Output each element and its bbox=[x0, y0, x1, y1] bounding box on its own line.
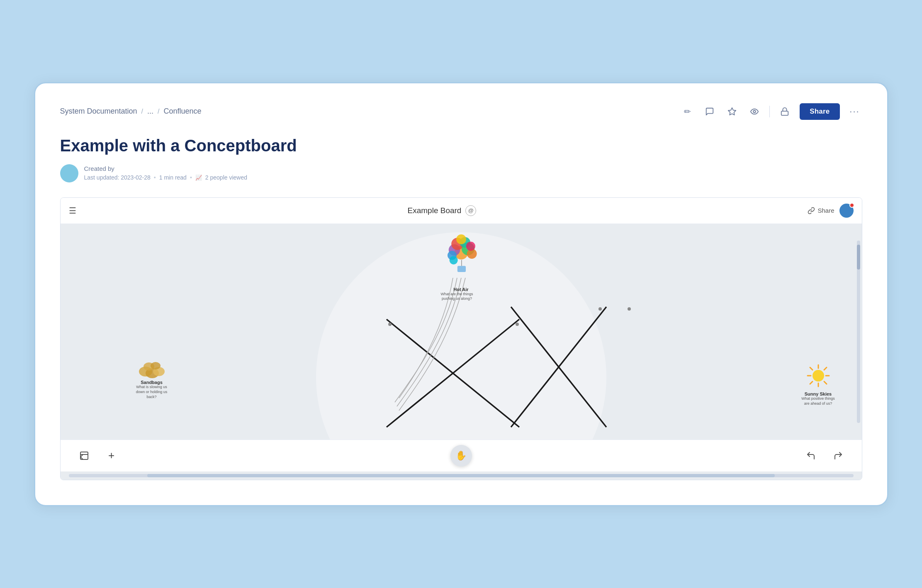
board-scrollbar[interactable] bbox=[857, 241, 860, 423]
svg-rect-2 bbox=[781, 111, 788, 115]
user-status-dot bbox=[849, 203, 854, 208]
toolbar-left: + bbox=[77, 449, 119, 463]
board-scrollbar-thumb[interactable] bbox=[857, 245, 860, 270]
breadcrumb-sep2: / bbox=[158, 108, 159, 115]
conceptboard-frame: ☰ Example Board @ Share bbox=[60, 197, 862, 480]
meta-dot1: • bbox=[154, 173, 156, 182]
created-by-label: Created by bbox=[84, 164, 248, 174]
board-menu-icon[interactable]: ☰ bbox=[69, 206, 76, 216]
breadcrumb-system-doc[interactable]: System Documentation bbox=[60, 107, 137, 116]
svg-point-9 bbox=[598, 307, 602, 311]
avatar bbox=[60, 164, 78, 182]
page-title: Example with a Conceptboard bbox=[60, 136, 862, 155]
meta-dot2: • bbox=[190, 173, 192, 182]
balloon-svg bbox=[438, 231, 484, 285]
svg-point-19 bbox=[466, 241, 475, 250]
view-icon-inline: 📈 bbox=[195, 174, 202, 182]
restrict-icon[interactable] bbox=[777, 104, 792, 119]
board-title: Example Board bbox=[408, 206, 462, 215]
board-title-area: Example Board @ bbox=[408, 205, 477, 216]
sunny-sublabel: What positive things are ahead of us? bbox=[800, 396, 837, 406]
share-button[interactable]: Share bbox=[800, 103, 839, 120]
sandbags-svg bbox=[137, 357, 166, 378]
export-icon[interactable] bbox=[77, 449, 91, 463]
sun-svg bbox=[806, 363, 831, 388]
svg-marker-0 bbox=[728, 107, 736, 114]
redo-icon[interactable] bbox=[831, 449, 845, 463]
breadcrumb-sep1: / bbox=[141, 108, 143, 115]
board-at-symbol[interactable]: @ bbox=[465, 205, 476, 216]
sandbags-label: Sandbags bbox=[135, 380, 168, 385]
toolbar-right bbox=[804, 449, 845, 463]
plus-icon[interactable]: + bbox=[105, 449, 119, 463]
comment-icon[interactable] bbox=[702, 104, 717, 119]
board-share-label: Share bbox=[817, 207, 834, 214]
svg-line-34 bbox=[824, 381, 827, 384]
svg-point-8 bbox=[516, 323, 519, 326]
sunny-item: Sunny Skies What positive things are ahe… bbox=[800, 363, 837, 406]
sandbags-item: Sandbags What is slowing us down or hold… bbox=[135, 357, 168, 399]
svg-rect-21 bbox=[457, 266, 465, 272]
viewers-count: 2 people viewed bbox=[205, 173, 247, 182]
main-card: System Documentation / ... / Confluence … bbox=[34, 82, 888, 506]
nav-actions: ✏ Share ··· bbox=[680, 103, 862, 120]
breadcrumb: System Documentation / ... / Confluence bbox=[60, 107, 202, 116]
svg-point-28 bbox=[813, 370, 824, 381]
sandbags-sublabel: What is slowing us down or holding us ba… bbox=[135, 385, 168, 399]
last-updated: Last updated: 2023-02-28 bbox=[84, 173, 151, 182]
svg-point-1 bbox=[754, 110, 756, 113]
hscrollbar-thumb[interactable] bbox=[147, 474, 775, 477]
balloon-cluster: Hot Air What are the things pushing us a… bbox=[438, 231, 484, 301]
svg-point-7 bbox=[388, 323, 392, 326]
svg-line-36 bbox=[810, 381, 813, 384]
top-nav: System Documentation / ... / Confluence … bbox=[60, 103, 862, 120]
hot-air-sublabel: What are the things pushing us along? bbox=[438, 292, 476, 301]
breadcrumb-confluence[interactable]: Confluence bbox=[164, 107, 202, 116]
svg-point-20 bbox=[449, 256, 457, 264]
meta-row: Created by Last updated: 2023-02-28 • 1 … bbox=[60, 164, 862, 182]
svg-line-33 bbox=[810, 367, 813, 370]
svg-point-27 bbox=[151, 362, 161, 369]
svg-point-10 bbox=[628, 307, 631, 311]
more-icon[interactable]: ··· bbox=[847, 104, 862, 119]
hand-tool[interactable]: ✋ bbox=[450, 445, 472, 467]
board-header: ☰ Example Board @ Share bbox=[61, 198, 862, 224]
edit-icon[interactable]: ✏ bbox=[680, 104, 695, 119]
board-hscrollbar[interactable] bbox=[61, 471, 862, 480]
read-time: 1 min read bbox=[159, 173, 187, 182]
hscrollbar-track bbox=[69, 474, 854, 477]
nav-divider bbox=[769, 106, 770, 117]
star-icon[interactable] bbox=[725, 104, 740, 119]
toolbar-center: ✋ bbox=[450, 445, 472, 467]
breadcrumb-ellipsis[interactable]: ... bbox=[147, 107, 153, 116]
board-share-area: Share bbox=[808, 204, 853, 218]
board-share-link[interactable]: Share bbox=[808, 207, 834, 214]
sunny-label: Sunny Skies bbox=[800, 391, 837, 396]
undo-icon[interactable] bbox=[804, 449, 818, 463]
view-icon[interactable] bbox=[747, 104, 762, 119]
board-user-avatar bbox=[839, 204, 854, 218]
svg-line-35 bbox=[824, 367, 827, 370]
svg-point-18 bbox=[456, 234, 466, 244]
meta-text: Created by Last updated: 2023-02-28 • 1 … bbox=[84, 164, 248, 182]
board-canvas[interactable]: Hot Air What are the things pushing us a… bbox=[61, 224, 862, 440]
board-toolbar: + ✋ bbox=[61, 440, 862, 471]
hot-air-label: Hot Air bbox=[438, 287, 484, 292]
meta-details: Last updated: 2023-02-28 • 1 min read • … bbox=[84, 173, 248, 182]
